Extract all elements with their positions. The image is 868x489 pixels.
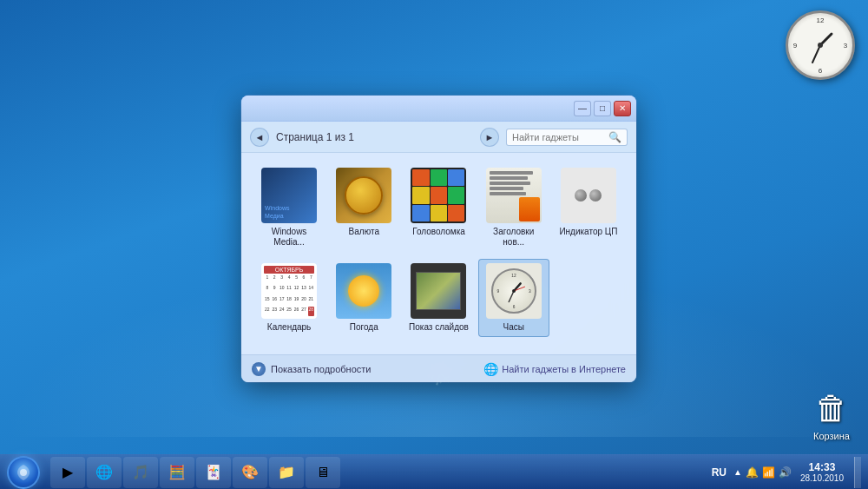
taskbar-btn-calc[interactable]: 🧮 — [160, 457, 194, 488]
globe-icon: 🌐 — [483, 362, 498, 376]
taskbar-btn-ie[interactable]: 🌐 — [87, 457, 122, 488]
gadget-item-slideshow[interactable]: Показ слайдов — [403, 259, 474, 337]
cal-d22: 22 — [264, 307, 270, 316]
gadget-label-calendar: Календарь — [267, 322, 311, 333]
svg-text:12: 12 — [511, 274, 516, 278]
prev-page-button[interactable]: ◄ — [250, 128, 269, 147]
gadget-item-media[interactable]: WindowsМедиа Windows Media... — [253, 163, 325, 252]
tray-network-icon: 📶 — [762, 466, 775, 479]
cal-d26: 26 — [293, 307, 299, 316]
cal-d21: 21 — [308, 296, 314, 306]
start-button[interactable] — [0, 455, 47, 490]
cal-header: ОКТЯБРЬ — [264, 266, 314, 274]
thumb-media-text: WindowsМедиа — [265, 204, 289, 220]
gadget-item-headlines[interactable]: Заголовки нов... — [478, 163, 549, 252]
cal-d19: 19 — [293, 296, 299, 306]
thumb-media-bg: WindowsМедиа — [261, 168, 317, 223]
gadget-item-calendar[interactable]: ОКТЯБРЬ 1 2 3 4 5 6 7 8 9 10 11 — [253, 259, 325, 337]
show-desktop-button[interactable] — [854, 457, 861, 488]
system-tray: RU ▲ 🔔 📶 🔊 14:33 28.10.2010 — [701, 455, 868, 489]
gadget-label-media: Windows Media... — [259, 227, 319, 248]
thumb-currency-bg — [336, 168, 391, 223]
cal-d6: 6 — [300, 274, 306, 284]
cal-d12: 12 — [293, 285, 299, 294]
svg-line-12 — [509, 291, 514, 301]
svg-text:3: 3 — [844, 42, 848, 50]
taskbar-btn-player[interactable]: 🎵 — [123, 457, 158, 488]
window-footer: ▼ Показать подробности 🌐 Найти гаджеты в… — [241, 354, 636, 382]
svg-text:3: 3 — [529, 289, 531, 294]
svg-line-5 — [812, 45, 820, 63]
gadget-label-currency: Валюта — [349, 227, 379, 237]
cal-d20: 20 — [300, 296, 306, 306]
cal-d4: 4 — [286, 274, 292, 284]
gadget-label-clock: Часы — [503, 322, 523, 333]
svg-text:6: 6 — [512, 305, 515, 309]
svg-text:9: 9 — [793, 42, 798, 50]
taskbar-clock[interactable]: 14:33 28.10.2010 — [795, 455, 849, 489]
taskbar-btn-paint[interactable]: 🎨 — [233, 457, 267, 488]
search-box[interactable]: 🔍 — [506, 129, 628, 146]
tray-volume-icon[interactable]: 🔊 — [779, 466, 792, 479]
cal-d9: 9 — [272, 285, 278, 294]
cpu-ball-2 — [589, 189, 602, 202]
cal-d1: 1 — [264, 274, 270, 284]
cal-grid: 1 2 3 4 5 6 7 8 9 10 11 12 13 — [264, 274, 314, 316]
hl-1 — [490, 171, 533, 175]
tray-flag-icon: 🔔 — [746, 466, 759, 479]
search-input[interactable] — [512, 132, 605, 142]
gadget-thumb-headlines — [486, 168, 542, 223]
puzzle-c5 — [431, 187, 447, 203]
puzzle-c4 — [412, 187, 429, 203]
cal-d8: 8 — [264, 285, 270, 294]
svg-point-6 — [818, 43, 823, 48]
gadget-label-puzzle: Головоломка — [412, 227, 465, 237]
tray-arrow-icon[interactable]: ▲ — [733, 467, 742, 477]
gadget-item-weather[interactable]: Погода — [328, 259, 399, 337]
taskbar-date: 28.10.2010 — [800, 473, 844, 483]
thumb-slideshow-bg — [411, 263, 466, 319]
gadget-item-currency[interactable]: Валюта — [328, 163, 399, 252]
gadget-thumb-media: WindowsМедиа — [261, 168, 317, 223]
gadget-item-clock[interactable]: 12 3 6 9 — [478, 259, 549, 337]
next-page-button[interactable]: ► — [480, 128, 499, 147]
system-tray-area: RU ▲ 🔔 📶 🔊 — [708, 465, 792, 480]
puzzle-c3 — [448, 169, 464, 186]
cal-d18: 18 — [286, 296, 292, 306]
cal-d11: 11 — [286, 285, 292, 294]
taskbar-time: 14:33 — [809, 461, 836, 473]
search-icon[interactable]: 🔍 — [608, 131, 621, 143]
taskbar-btn-folder[interactable]: 📁 — [269, 457, 304, 488]
svg-point-15 — [20, 469, 27, 476]
gadgets-body: WindowsМедиа Windows Media... Валюта — [241, 153, 636, 354]
close-button[interactable]: ✕ — [614, 101, 631, 116]
gadget-item-cpu[interactable]: Индикатор ЦП — [553, 163, 624, 252]
find-online-link[interactable]: 🌐 Найти гаджеты в Интернете — [483, 362, 626, 376]
cpu-balls — [575, 189, 602, 202]
puzzle-c8 — [431, 205, 447, 221]
cal-d16: 16 — [272, 296, 278, 306]
taskbar-btn-media[interactable]: ▶ — [50, 457, 85, 488]
window-toolbar: ◄ Страница 1 из 1 ► 🔍 — [241, 122, 636, 153]
gadget-thumb-puzzle — [411, 168, 466, 223]
puzzle-c2 — [431, 169, 447, 186]
window-titlebar: — □ ✕ — [241, 96, 636, 122]
thumb-clock-bg: 12 3 6 9 — [486, 263, 542, 319]
analog-clock-widget[interactable]: 12 3 6 9 — [786, 10, 855, 80]
taskbar-btn-monitor[interactable]: 🖥 — [306, 457, 340, 488]
recycle-bin[interactable]: 🗑 Корзина — [811, 387, 852, 441]
thumb-headlines-bg — [486, 168, 542, 223]
thumb-calendar-bg: ОКТЯБРЬ 1 2 3 4 5 6 7 8 9 10 11 — [261, 263, 317, 319]
cal-d13: 13 — [300, 285, 306, 294]
minimize-button[interactable]: — — [574, 101, 591, 116]
headline-orange-box — [519, 197, 540, 221]
cal-d3: 3 — [279, 274, 285, 284]
maximize-button[interactable]: □ — [594, 101, 611, 116]
page-info: Страница 1 из 1 — [276, 131, 473, 143]
language-indicator[interactable]: RU — [708, 465, 730, 480]
gadget-item-puzzle[interactable]: Головоломка — [403, 163, 474, 252]
currency-coin — [345, 176, 383, 215]
show-details-button[interactable]: ▼ Показать подробности — [252, 362, 371, 376]
taskbar-btn-cards[interactable]: 🃏 — [196, 457, 231, 488]
clock-thumb-face: 12 3 6 9 — [491, 268, 536, 314]
